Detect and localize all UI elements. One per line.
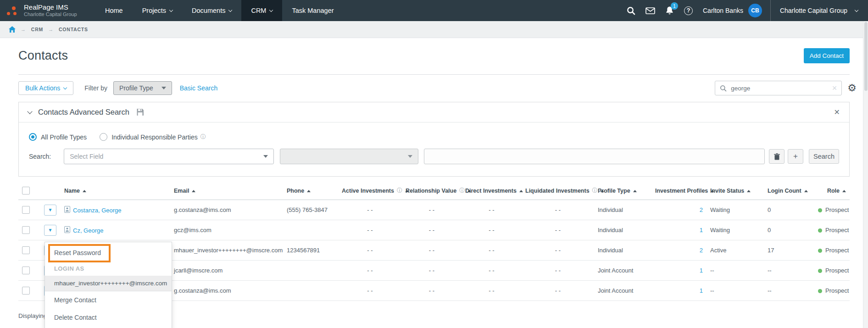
menu-item-login-as-email[interactable]: mhauer_investor++++++++@imscre.com [45,276,172,291]
row-checkbox[interactable] [22,267,30,274]
scrollbar-thumb[interactable] [864,22,868,91]
cell-email: jcarll@imscre.com [170,261,283,281]
notifications-bell-icon[interactable]: 1 [665,6,674,15]
column-header-role[interactable]: Role [814,181,850,200]
avatar: CB [748,4,762,17]
contact-row: ▼Costanza, Georgeg.costanza@ims.com(555)… [18,200,850,220]
role-label: Prospect [825,207,849,214]
cell-caret: ▼ [40,200,61,220]
home-icon[interactable] [9,26,16,33]
row-checkbox[interactable] [22,287,30,295]
row-actions-dropdown-button[interactable]: ▼ [44,225,56,236]
chevron-down-icon [228,8,232,11]
breadcrumb-crm[interactable]: CRM [31,27,43,32]
cell-login_count: -- [764,261,814,281]
role-label: Prospect [825,227,849,234]
column-header-direct_investments[interactable]: Direct Investments [462,181,522,200]
investment-profiles-link[interactable]: 2 [700,247,703,254]
add-criteria-button[interactable]: + [788,149,803,164]
help-icon[interactable]: ? [684,6,693,15]
column-header-relationship_value[interactable]: Relationship Valueⓘ [402,181,462,200]
column-header-profile_type[interactable]: Profile Type [594,181,651,200]
cell-active_investments: - - [338,200,402,220]
nav-item-crm[interactable]: CRM [241,0,282,21]
investment-profiles-link[interactable]: 1 [700,287,703,294]
nav-item-documents[interactable]: Documents [182,0,241,21]
cell-direct_investments: - - [462,240,522,261]
cell-relationship_value: - - [402,240,462,261]
close-icon[interactable]: ✕ [834,108,840,117]
column-header-name[interactable]: Name [61,181,170,200]
column-header-active_investments[interactable]: Active Investmentsⓘ [338,181,402,200]
search-icon[interactable] [627,6,635,15]
nav-item-home[interactable]: Home [95,0,133,21]
column-header-liquidated_investments[interactable]: Liquidated Investmentsⓘ [522,181,594,200]
user-menu[interactable]: Carlton Banks CB [703,4,762,17]
select-field-dropdown[interactable]: Select Field [64,149,274,164]
clear-search-icon[interactable]: × [832,84,837,92]
cell-profile_type: Joint Account [594,281,651,301]
menu-item-delete-contact[interactable]: Delete Contact [45,309,172,326]
investment-profiles-link[interactable]: 2 [700,206,703,213]
sort-asc-icon [83,190,86,192]
breadcrumb: → CRM → CONTACTS [0,21,868,38]
advanced-search-button[interactable]: Search [809,149,839,164]
contact-name-link[interactable]: Cz, George [73,227,103,233]
menu-item-merge-contact[interactable]: Merge Contact [45,291,172,309]
chevron-down-icon [169,8,173,11]
column-header-select [18,181,40,200]
cell-name: Costanza, George [61,200,170,220]
search-value-input[interactable] [424,149,765,164]
sort-asc-icon [804,190,808,192]
column-header-investment_profiles[interactable]: Investment Profiles [651,181,707,200]
search-input[interactable] [731,85,828,92]
cell-role: Prospect [814,261,850,281]
cell-login_count: 17 [764,240,814,261]
scrollbar[interactable] [863,21,868,328]
column-header-login_count[interactable]: Login Count [764,181,814,200]
column-header-phone[interactable]: Phone [283,181,338,200]
cell-relationship_value: - - [402,261,462,281]
basic-search-link[interactable]: Basic Search [180,84,217,92]
row-checkbox[interactable] [22,226,30,234]
column-header-invite_status[interactable]: Invite Status [707,181,764,200]
brand[interactable]: RealPage IMS Charlotte Capital Group [0,0,95,21]
bulk-actions-button[interactable]: Bulk Actions [18,81,73,95]
save-search-icon[interactable] [136,108,145,117]
mail-icon[interactable] [645,7,655,14]
gear-icon[interactable]: ⚙ [847,83,857,93]
sort-asc-icon [307,190,311,192]
sort-asc-icon [192,190,195,192]
nav-item-task-manager[interactable]: Task Manager [282,0,343,21]
contact-name-link[interactable]: Costanza, George [73,206,122,213]
menu-item-reset-password[interactable]: Reset Password [45,244,172,261]
profile-type-filter-dropdown[interactable]: Profile Type [113,81,172,95]
realpage-logo-icon [6,5,19,17]
row-actions-dropdown-button[interactable]: ▼ [44,205,56,216]
add-contact-button[interactable]: Add Contact [804,48,850,63]
cell-phone [283,220,338,240]
account-selector[interactable]: Charlotte Capital Group [770,0,868,21]
select-all-checkbox[interactable] [22,187,30,195]
collapse-chevron-icon[interactable] [27,109,32,114]
investment-profiles-link[interactable]: 1 [700,227,703,233]
sort-asc-icon [519,190,523,192]
column-header-email[interactable]: Email [170,181,283,200]
breadcrumb-separator: → [48,27,54,32]
remove-criteria-button[interactable] [769,149,785,164]
radio-all-profile-types[interactable] [29,133,37,141]
radio-individual-responsible-parties[interactable] [100,133,107,141]
row-actions-menu: Reset Password LOGIN AS mhauer_investor+… [45,242,172,328]
nav-item-projects[interactable]: Projects [133,0,182,21]
info-icon: ⓘ [459,187,465,194]
sort-asc-icon [842,190,846,192]
row-checkbox[interactable] [22,206,30,214]
cell-active_investments: - - [338,240,402,261]
caret-down-icon [408,155,412,158]
investment-profiles-link[interactable]: 1 [700,267,703,274]
row-checkbox[interactable] [22,246,30,254]
secondary-dropdown[interactable] [280,149,418,164]
cell-profile_type: Individual [594,220,651,240]
cell-caret: ▼ [40,220,61,240]
contacts-search-box: × [715,81,842,95]
